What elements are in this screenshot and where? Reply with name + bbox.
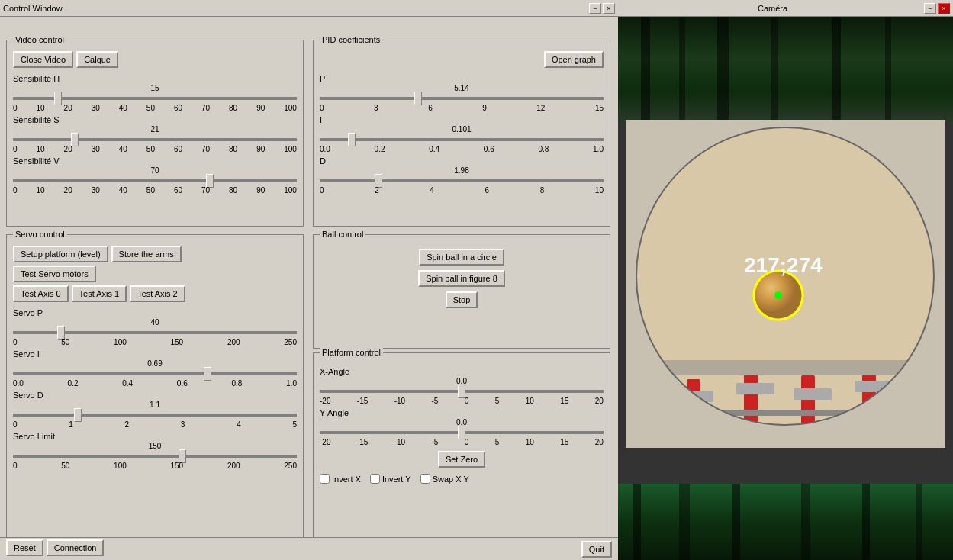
ball-control-title: Ball control — [320, 230, 365, 239]
servo-i-label: Servo I — [13, 349, 297, 359]
i-label: I — [320, 115, 604, 124]
tree-bottom-3 — [732, 484, 740, 560]
servo-p-label: Servo P — [13, 308, 297, 317]
open-graph-button[interactable]: Open graph — [544, 51, 604, 68]
p-slider[interactable] — [320, 97, 604, 100]
bottom-bar: Reset Connection Quit — [0, 537, 618, 560]
svg-rect-13 — [862, 364, 876, 448]
spin-circle-button[interactable]: Spin ball in a circle — [419, 249, 504, 266]
sensibilite-v-label: Sensibilité V — [13, 156, 297, 166]
d-slider[interactable] — [320, 179, 604, 182]
test-axis1-button[interactable]: Test Axis 1 — [72, 285, 127, 302]
close-button[interactable]: × — [603, 3, 615, 14]
svg-rect-6 — [641, 387, 675, 398]
invert-x-label: Invert X — [332, 475, 361, 484]
setup-platform-button[interactable]: Setup platform (level) — [13, 246, 108, 262]
svg-text:217;274: 217;274 — [744, 253, 823, 277]
platform-control-group: Platform control X-Angle 0.0 -20-15-10-5… — [313, 352, 610, 539]
pid-control-group: PID coefficients Open graph P 5.14 03691… — [313, 40, 610, 227]
pid-control-title: PID coefficients — [320, 35, 382, 44]
camera-body: 217;274 — [618, 17, 953, 560]
test-servo-button[interactable]: Test Servo motors — [13, 266, 96, 282]
set-zero-button[interactable]: Set Zero — [438, 451, 485, 468]
sensibilite-h-slider[interactable] — [13, 97, 297, 100]
swap-xy-checkbox-container[interactable]: Swap X Y — [420, 474, 469, 484]
tree-bottom-5 — [862, 484, 870, 560]
sensibilite-s-slider[interactable] — [13, 138, 297, 141]
calque-button[interactable]: Calque — [76, 51, 118, 68]
stop-button[interactable]: Stop — [446, 291, 478, 308]
invert-y-checkbox-container[interactable]: Invert Y — [370, 474, 411, 484]
tree-trunk-4 — [771, 17, 778, 124]
swap-xy-checkbox[interactable] — [420, 474, 430, 484]
y-angle-slider[interactable] — [320, 431, 604, 434]
servo-limit-label: Servo Limit — [13, 432, 297, 441]
servo-p-slider[interactable] — [13, 331, 297, 334]
camera-window: Caméra − × — [618, 0, 953, 560]
tree-trunk-5 — [832, 17, 841, 124]
sensibilite-v-slider[interactable] — [13, 179, 297, 182]
camera-titlebar: Caméra − × — [618, 0, 953, 17]
tree-trunk-2 — [679, 17, 685, 124]
sensibilite-s-label: Sensibilité S — [13, 115, 297, 124]
tree-bottom-4 — [801, 484, 810, 560]
forest-top — [618, 17, 953, 124]
video-control-title: Vidéo control — [13, 35, 66, 44]
svg-rect-12 — [794, 388, 832, 400]
test-axis2-button[interactable]: Test Axis 2 — [130, 285, 185, 302]
x-angle-label: X-Angle — [320, 367, 604, 376]
x-angle-slider[interactable] — [320, 390, 604, 393]
minimize-button[interactable]: − — [589, 3, 601, 14]
tree-bottom-1 — [633, 484, 641, 560]
camera-view-area: 217;274 — [626, 120, 945, 448]
ball-control-group: Ball control Spin ball in a circle Spin … — [313, 234, 610, 349]
servo-control-group: Servo control Setup platform (level) Sto… — [6, 234, 304, 539]
tree-bottom-2 — [679, 484, 690, 560]
p-label: P — [320, 74, 604, 83]
camera-mask: 217;274 — [626, 120, 945, 448]
invert-y-label: Invert Y — [382, 475, 411, 484]
servo-limit-slider[interactable] — [13, 455, 297, 458]
video-control-group: Vidéo control Close Video Calque Sensibi… — [6, 40, 304, 227]
svg-rect-16 — [900, 387, 939, 398]
swap-xy-label: Swap X Y — [433, 475, 469, 484]
spin-figure8-button[interactable]: Spin ball in figure 8 — [418, 270, 505, 287]
tree-trunk-6 — [885, 17, 891, 124]
close-video-button[interactable]: Close Video — [13, 51, 73, 68]
tree-trunk-1 — [641, 17, 650, 124]
test-axis0-button[interactable]: Test Axis 0 — [13, 285, 69, 302]
svg-rect-10 — [736, 383, 774, 394]
svg-point-4 — [774, 291, 782, 299]
platform-control-title: Platform control — [320, 348, 383, 357]
tree-bottom-6 — [916, 484, 922, 560]
servo-d-label: Servo D — [13, 391, 297, 400]
control-window-titlebar: Control Window − × — [0, 0, 618, 17]
store-arms-button[interactable]: Store the arms — [111, 246, 182, 262]
control-window-title: Control Window — [3, 4, 63, 13]
svg-rect-18 — [626, 410, 945, 416]
invert-x-checkbox-container[interactable]: Invert X — [320, 474, 361, 484]
servo-d-slider[interactable] — [13, 414, 297, 417]
invert-y-checkbox[interactable] — [370, 474, 380, 484]
y-angle-label: Y-Angle — [320, 408, 604, 417]
svg-rect-14 — [855, 381, 893, 392]
svg-rect-9 — [744, 368, 758, 448]
invert-x-checkbox[interactable] — [320, 474, 330, 484]
camera-close-button[interactable]: × — [938, 3, 950, 14]
camera-title: Caméra — [621, 4, 924, 13]
svg-rect-19 — [626, 425, 945, 431]
servo-control-title: Servo control — [13, 230, 67, 239]
quit-button[interactable]: Quit — [581, 541, 612, 558]
camera-minimize-button[interactable]: − — [924, 3, 936, 14]
control-window: Vidéo control Close Video Calque Sensibi… — [0, 17, 618, 560]
sensibilite-h-label: Sensibilité H — [13, 74, 297, 83]
i-slider[interactable] — [320, 138, 604, 141]
servo-i-slider[interactable] — [13, 372, 297, 375]
forest-bottom — [618, 484, 953, 560]
tree-trunk-3 — [717, 17, 729, 124]
connection-button[interactable]: Connection — [47, 539, 105, 556]
reset-button[interactable]: Reset — [6, 539, 43, 556]
d-label: D — [320, 156, 604, 166]
